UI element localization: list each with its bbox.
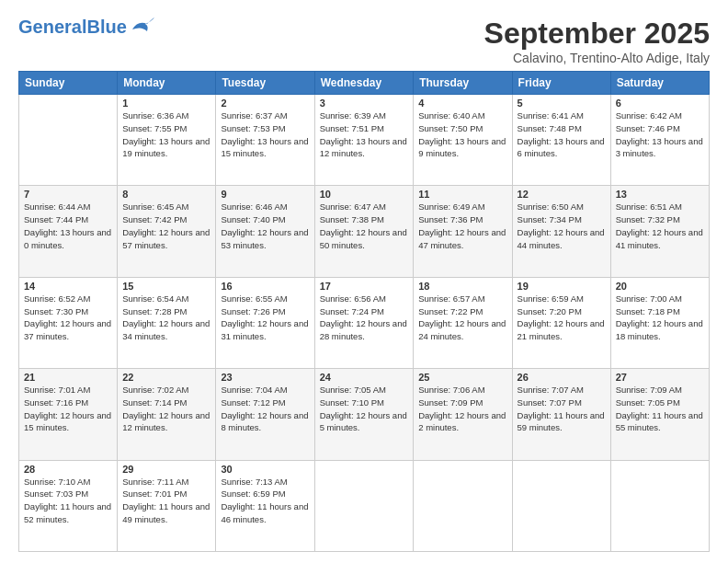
day-info: Sunrise: 7:13 AMSunset: 6:59 PMDaylight:… bbox=[221, 476, 309, 526]
day-number: 14 bbox=[24, 281, 112, 292]
table-row: 10Sunrise: 6:47 AMSunset: 7:38 PMDayligh… bbox=[314, 186, 414, 277]
day-number: 8 bbox=[122, 189, 210, 200]
title-block: September 2025 Calavino, Trentino-Alto A… bbox=[484, 17, 710, 65]
table-row: 11Sunrise: 6:49 AMSunset: 7:36 PMDayligh… bbox=[414, 186, 512, 277]
table-row: 15Sunrise: 6:54 AMSunset: 7:28 PMDayligh… bbox=[118, 277, 216, 368]
table-row: 25Sunrise: 7:06 AMSunset: 7:09 PMDayligh… bbox=[414, 369, 512, 460]
day-info: Sunrise: 6:57 AMSunset: 7:22 PMDaylight:… bbox=[418, 293, 506, 343]
table-row: 12Sunrise: 6:50 AMSunset: 7:34 PMDayligh… bbox=[512, 186, 610, 277]
table-row: 1Sunrise: 6:36 AMSunset: 7:55 PMDaylight… bbox=[118, 95, 216, 186]
day-number: 7 bbox=[24, 189, 112, 200]
table-row bbox=[19, 95, 118, 186]
day-info: Sunrise: 7:05 AMSunset: 7:10 PMDaylight:… bbox=[320, 384, 409, 434]
day-info: Sunrise: 7:11 AMSunset: 7:01 PMDaylight:… bbox=[122, 476, 210, 526]
day-info: Sunrise: 6:56 AMSunset: 7:24 PMDaylight:… bbox=[320, 293, 409, 343]
day-number: 24 bbox=[320, 372, 409, 383]
col-wednesday: Wednesday bbox=[314, 72, 414, 95]
day-info: Sunrise: 6:36 AMSunset: 7:55 PMDaylight:… bbox=[122, 109, 210, 160]
month-title: September 2025 bbox=[484, 17, 710, 51]
calendar-header-row: Sunday Monday Tuesday Wednesday Thursday… bbox=[19, 72, 710, 95]
day-number: 21 bbox=[24, 372, 112, 383]
day-number: 27 bbox=[616, 372, 704, 383]
day-number: 18 bbox=[418, 281, 506, 292]
day-info: Sunrise: 7:04 AMSunset: 7:12 PMDaylight:… bbox=[221, 384, 309, 434]
day-number: 29 bbox=[122, 464, 210, 475]
day-number: 19 bbox=[518, 281, 606, 292]
table-row: 16Sunrise: 6:55 AMSunset: 7:26 PMDayligh… bbox=[216, 277, 314, 368]
day-info: Sunrise: 6:37 AMSunset: 7:53 PMDaylight:… bbox=[221, 109, 309, 160]
table-row: 30Sunrise: 7:13 AMSunset: 6:59 PMDayligh… bbox=[216, 460, 314, 551]
table-row: 29Sunrise: 7:11 AMSunset: 7:01 PMDayligh… bbox=[118, 460, 216, 551]
table-row bbox=[314, 460, 414, 551]
day-number: 30 bbox=[221, 464, 309, 475]
day-info: Sunrise: 7:07 AMSunset: 7:07 PMDaylight:… bbox=[518, 384, 606, 434]
col-saturday: Saturday bbox=[610, 72, 709, 95]
table-row: 4Sunrise: 6:40 AMSunset: 7:50 PMDaylight… bbox=[414, 95, 512, 186]
table-row: 14Sunrise: 6:52 AMSunset: 7:30 PMDayligh… bbox=[19, 277, 118, 368]
day-info: Sunrise: 6:55 AMSunset: 7:26 PMDaylight:… bbox=[221, 293, 309, 343]
table-row: 8Sunrise: 6:45 AMSunset: 7:42 PMDaylight… bbox=[118, 186, 216, 277]
day-number: 28 bbox=[24, 464, 112, 475]
logo-bird-icon bbox=[129, 17, 154, 37]
day-info: Sunrise: 7:00 AMSunset: 7:18 PMDaylight:… bbox=[616, 293, 704, 343]
table-row: 21Sunrise: 7:01 AMSunset: 7:16 PMDayligh… bbox=[19, 369, 118, 460]
day-number: 2 bbox=[221, 98, 309, 109]
day-info: Sunrise: 7:10 AMSunset: 7:03 PMDaylight:… bbox=[24, 476, 112, 526]
col-friday: Friday bbox=[512, 72, 610, 95]
table-row: 5Sunrise: 6:41 AMSunset: 7:48 PMDaylight… bbox=[512, 95, 610, 186]
calendar-week-row: 14Sunrise: 6:52 AMSunset: 7:30 PMDayligh… bbox=[19, 277, 710, 368]
col-sunday: Sunday bbox=[19, 72, 118, 95]
day-number: 23 bbox=[221, 372, 309, 383]
day-number: 22 bbox=[122, 372, 210, 383]
day-number: 15 bbox=[122, 281, 210, 292]
day-info: Sunrise: 6:54 AMSunset: 7:28 PMDaylight:… bbox=[122, 293, 210, 343]
location: Calavino, Trentino-Alto Adige, Italy bbox=[484, 51, 710, 65]
table-row bbox=[610, 460, 709, 551]
table-row: 28Sunrise: 7:10 AMSunset: 7:03 PMDayligh… bbox=[19, 460, 118, 551]
col-tuesday: Tuesday bbox=[216, 72, 314, 95]
table-row: 13Sunrise: 6:51 AMSunset: 7:32 PMDayligh… bbox=[610, 186, 709, 277]
day-info: Sunrise: 6:41 AMSunset: 7:48 PMDaylight:… bbox=[518, 109, 606, 160]
day-info: Sunrise: 7:06 AMSunset: 7:09 PMDaylight:… bbox=[418, 384, 506, 434]
logo-text: GeneralBlue bbox=[18, 17, 127, 36]
day-info: Sunrise: 6:52 AMSunset: 7:30 PMDaylight:… bbox=[24, 293, 112, 343]
day-info: Sunrise: 7:02 AMSunset: 7:14 PMDaylight:… bbox=[122, 384, 210, 434]
table-row: 9Sunrise: 6:46 AMSunset: 7:40 PMDaylight… bbox=[216, 186, 314, 277]
table-row: 22Sunrise: 7:02 AMSunset: 7:14 PMDayligh… bbox=[118, 369, 216, 460]
col-thursday: Thursday bbox=[414, 72, 512, 95]
table-row: 7Sunrise: 6:44 AMSunset: 7:44 PMDaylight… bbox=[19, 186, 118, 277]
table-row: 18Sunrise: 6:57 AMSunset: 7:22 PMDayligh… bbox=[414, 277, 512, 368]
day-number: 20 bbox=[616, 281, 704, 292]
calendar-table: Sunday Monday Tuesday Wednesday Thursday… bbox=[18, 71, 710, 552]
day-number: 4 bbox=[418, 98, 506, 109]
calendar-week-row: 21Sunrise: 7:01 AMSunset: 7:16 PMDayligh… bbox=[19, 369, 710, 460]
day-info: Sunrise: 6:39 AMSunset: 7:51 PMDaylight:… bbox=[320, 109, 409, 160]
day-info: Sunrise: 7:09 AMSunset: 7:05 PMDaylight:… bbox=[616, 384, 704, 434]
day-number: 17 bbox=[320, 281, 409, 292]
calendar-week-row: 7Sunrise: 6:44 AMSunset: 7:44 PMDaylight… bbox=[19, 186, 710, 277]
table-row bbox=[414, 460, 512, 551]
table-row: 26Sunrise: 7:07 AMSunset: 7:07 PMDayligh… bbox=[512, 369, 610, 460]
table-row: 23Sunrise: 7:04 AMSunset: 7:12 PMDayligh… bbox=[216, 369, 314, 460]
day-info: Sunrise: 6:51 AMSunset: 7:32 PMDaylight:… bbox=[616, 201, 704, 251]
day-number: 12 bbox=[518, 189, 606, 200]
table-row: 20Sunrise: 7:00 AMSunset: 7:18 PMDayligh… bbox=[610, 277, 709, 368]
calendar-week-row: 1Sunrise: 6:36 AMSunset: 7:55 PMDaylight… bbox=[19, 95, 710, 186]
day-info: Sunrise: 7:01 AMSunset: 7:16 PMDaylight:… bbox=[24, 384, 112, 434]
table-row: 2Sunrise: 6:37 AMSunset: 7:53 PMDaylight… bbox=[216, 95, 314, 186]
day-number: 10 bbox=[320, 189, 409, 200]
day-info: Sunrise: 6:47 AMSunset: 7:38 PMDaylight:… bbox=[320, 201, 409, 251]
day-info: Sunrise: 6:42 AMSunset: 7:46 PMDaylight:… bbox=[616, 109, 704, 160]
page-header: GeneralBlue September 2025 Calavino, Tre… bbox=[18, 17, 710, 65]
day-number: 16 bbox=[221, 281, 309, 292]
day-info: Sunrise: 6:49 AMSunset: 7:36 PMDaylight:… bbox=[418, 201, 506, 251]
table-row: 17Sunrise: 6:56 AMSunset: 7:24 PMDayligh… bbox=[314, 277, 414, 368]
calendar-week-row: 28Sunrise: 7:10 AMSunset: 7:03 PMDayligh… bbox=[19, 460, 710, 551]
day-number: 5 bbox=[518, 98, 606, 109]
day-info: Sunrise: 6:45 AMSunset: 7:42 PMDaylight:… bbox=[122, 201, 210, 251]
day-info: Sunrise: 6:50 AMSunset: 7:34 PMDaylight:… bbox=[518, 201, 606, 251]
day-info: Sunrise: 6:46 AMSunset: 7:40 PMDaylight:… bbox=[221, 201, 309, 251]
day-number: 1 bbox=[122, 98, 210, 109]
day-number: 6 bbox=[616, 98, 704, 109]
col-monday: Monday bbox=[118, 72, 216, 95]
